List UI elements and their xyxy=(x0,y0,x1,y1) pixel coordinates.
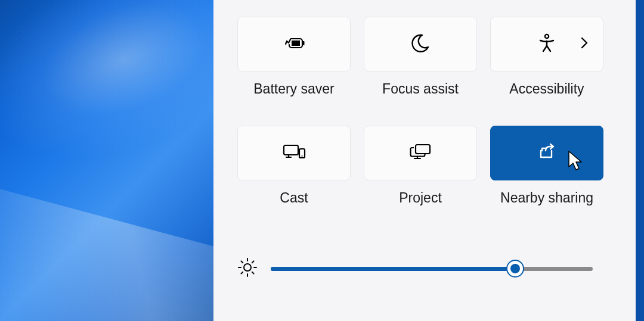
cast-label: Cast xyxy=(280,190,308,206)
brightness-track xyxy=(271,267,593,271)
brightness-thumb[interactable] xyxy=(506,260,524,278)
brightness-icon xyxy=(237,257,258,280)
share-icon xyxy=(537,143,556,163)
chevron-right-icon xyxy=(580,36,589,52)
accessibility-label: Accessibility xyxy=(509,81,584,97)
svg-point-11 xyxy=(244,264,251,271)
svg-rect-3 xyxy=(284,145,298,155)
focus-assist-tile[interactable] xyxy=(364,17,477,71)
desktop-wallpaper xyxy=(0,0,213,321)
cast-tile[interactable] xyxy=(237,126,351,180)
svg-rect-0 xyxy=(302,41,305,45)
battery-saver-label: Battery saver xyxy=(253,81,335,97)
svg-line-16 xyxy=(241,261,243,263)
brightness-row xyxy=(237,257,620,280)
svg-line-19 xyxy=(252,261,254,263)
project-label: Project xyxy=(399,190,442,206)
desktop-sliver xyxy=(636,0,644,321)
project-icon xyxy=(408,143,432,163)
moon-icon xyxy=(410,33,431,55)
svg-line-17 xyxy=(252,272,254,274)
accessibility-icon xyxy=(538,33,556,55)
nearby-sharing-tile[interactable] xyxy=(490,126,603,180)
cast-icon xyxy=(281,143,306,163)
quick-tiles-grid: Battery saver Focus assist xyxy=(237,17,620,206)
svg-line-18 xyxy=(241,272,243,274)
svg-point-1 xyxy=(545,35,549,38)
svg-rect-8 xyxy=(416,145,430,154)
brightness-fill xyxy=(271,267,515,271)
battery-saver-icon xyxy=(282,35,306,54)
accessibility-tile[interactable] xyxy=(490,17,603,71)
nearby-sharing-label: Nearby sharing xyxy=(500,190,593,206)
battery-saver-tile[interactable] xyxy=(237,17,351,71)
focus-assist-label: Focus assist xyxy=(382,81,459,97)
svg-point-5 xyxy=(302,155,303,157)
brightness-slider[interactable] xyxy=(271,260,593,278)
project-tile[interactable] xyxy=(364,126,477,180)
quick-settings-panel: Battery saver Focus assist xyxy=(213,0,644,321)
